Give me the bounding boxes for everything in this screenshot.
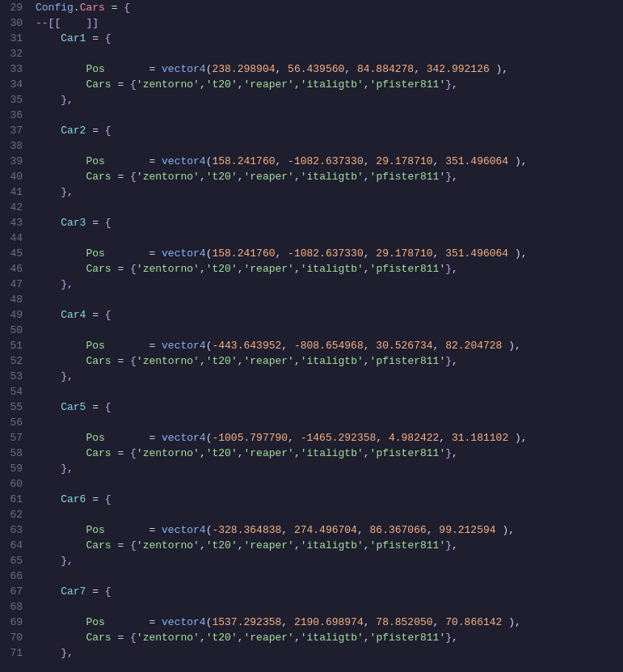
token: }, [61, 555, 74, 567]
code-line: 58 Cars = {'zentorno','t20','reaper','it… [0, 446, 623, 461]
token: = [105, 247, 162, 260]
token: , [294, 539, 301, 552]
token [36, 647, 61, 659]
token: , [364, 616, 377, 628]
token: 'zentorno' [137, 78, 200, 91]
token: ), [508, 432, 527, 444]
token: { [105, 585, 112, 598]
token: Cars [80, 2, 105, 14]
line-content [32, 599, 623, 615]
token: 't20' [206, 263, 238, 275]
line-number: 40 [0, 169, 32, 184]
line-content: }, [32, 645, 623, 661]
token: 78.852050 [376, 616, 432, 628]
token: = [105, 340, 162, 352]
line-number: 35 [0, 92, 32, 108]
token: 84.884278 [357, 63, 414, 75]
line-number: 33 [0, 61, 32, 77]
token: , [433, 616, 446, 628]
code-line: 62 [0, 507, 623, 522]
code-line: 55 Car5 = { [0, 399, 623, 415]
token: , [275, 247, 288, 260]
token: 29.178710 [376, 155, 432, 167]
line-content [32, 108, 623, 123]
token [36, 555, 61, 567]
code-line: 35 }, [0, 92, 623, 108]
token: Cars [86, 78, 111, 91]
token: = [86, 401, 104, 413]
token: Car7 [61, 585, 86, 598]
token: , [238, 263, 244, 275]
line-number: 38 [0, 138, 32, 154]
token: . [74, 2, 80, 14]
token: vector4 [162, 616, 206, 628]
token: , [275, 155, 288, 167]
token: { [105, 401, 112, 413]
line-number: 61 [0, 492, 32, 507]
line-number: 66 [0, 568, 32, 584]
token: = [105, 616, 162, 628]
token: , [294, 263, 301, 275]
code-line: 69 Pos = vector4(1537.292358, 2190.69897… [0, 615, 623, 630]
line-content: }, [32, 184, 623, 200]
token: 158.241760 [212, 247, 275, 260]
token: = [105, 2, 124, 14]
line-number: 41 [0, 184, 32, 200]
token: } [445, 447, 452, 459]
token [36, 524, 86, 536]
token: vector4 [162, 155, 206, 167]
line-number: 69 [0, 615, 32, 630]
token: 't20' [206, 171, 238, 183]
code-line: 68 [0, 599, 623, 615]
token: -1465.292358 [301, 432, 377, 444]
token [36, 632, 86, 644]
line-content [32, 230, 623, 246]
token: 30.526734 [376, 340, 432, 352]
token: , [200, 355, 206, 367]
line-content: Car6 = { [32, 492, 623, 507]
token: Car4 [61, 309, 86, 321]
token: } [445, 355, 452, 367]
code-line: 63 Pos = vector4(-328.364838, 274.496704… [0, 522, 623, 538]
line-number: 34 [0, 77, 32, 92]
line-content: Pos = vector4(238.298904, 56.439560, 84.… [32, 61, 623, 77]
token: , [452, 263, 458, 275]
token [36, 309, 61, 321]
token: = [86, 32, 104, 44]
token: ), [508, 247, 527, 260]
token: , [364, 247, 377, 260]
token: Cars [86, 447, 111, 459]
line-number: 30 [0, 15, 32, 31]
line-number: 60 [0, 476, 32, 492]
line-content [32, 292, 623, 307]
token [36, 186, 61, 198]
token: = [112, 447, 130, 459]
token [36, 463, 61, 475]
line-content: Cars = {'zentorno','t20','reaper','itali… [32, 261, 623, 277]
line-content: Car7 = { [32, 584, 623, 599]
token: 'pfister811' [370, 447, 446, 459]
token: , [376, 432, 389, 444]
line-content [32, 200, 623, 215]
code-line: 50 [0, 323, 623, 338]
token: , [364, 632, 370, 644]
token: , [364, 355, 370, 367]
token: = [112, 539, 130, 552]
token: Cars [86, 539, 111, 552]
token: -1082.637330 [288, 247, 364, 260]
line-number: 65 [0, 553, 32, 568]
token [36, 171, 86, 183]
token [36, 432, 86, 444]
token: , [200, 447, 206, 459]
code-line: 67 Car7 = { [0, 584, 623, 599]
code-line: 51 Pos = vector4(-443.643952, -808.65496… [0, 338, 623, 353]
line-number: 62 [0, 507, 32, 522]
code-line: 38 [0, 138, 623, 154]
line-content [32, 138, 623, 154]
token: { [105, 309, 112, 321]
token: -1082.637330 [288, 155, 364, 167]
token: , [238, 632, 244, 644]
token: , [200, 78, 206, 91]
code-line: 45 Pos = vector4(158.241760, -1082.63733… [0, 246, 623, 261]
token: vector4 [162, 432, 206, 444]
